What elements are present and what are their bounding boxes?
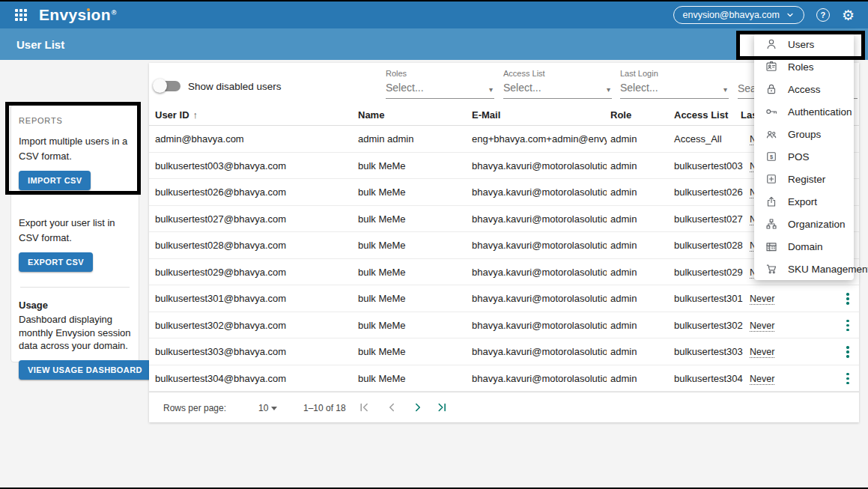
show-disabled-toggle[interactable] bbox=[155, 81, 180, 91]
cell-email: bhavya.kavuri@motorolasolutio... bbox=[472, 267, 607, 278]
column-header-user-id[interactable]: User ID↑ bbox=[155, 109, 198, 121]
cell-email: bhavya.kavuri@motorolasolutio... bbox=[472, 160, 607, 171]
cell-user-id: bulkusertest028@bhavya.com bbox=[155, 240, 286, 251]
previous-page-button[interactable] bbox=[385, 401, 398, 414]
cell-email: bhavya.kavuri@motorolasolutio... bbox=[472, 186, 607, 198]
filter-row: Show disabled users Roles Select... ▾ Ac… bbox=[149, 63, 859, 105]
roles-filter-label: Roles bbox=[386, 69, 494, 78]
menu-item-groups[interactable]: Groups bbox=[754, 123, 854, 145]
access-list-filter-label: Access List bbox=[503, 69, 612, 78]
import-description: Import multiple users in a CSV format. bbox=[19, 134, 131, 163]
table-row: bulkusertest028@bhavya.com bulk MeMe bha… bbox=[149, 232, 859, 259]
cell-last-login-link[interactable]: Never bbox=[750, 374, 774, 385]
usage-title: Usage bbox=[19, 300, 131, 311]
chevron-down-icon: ▾ bbox=[607, 85, 610, 94]
account-email: envysion@bhavya.com bbox=[683, 10, 780, 20]
cell-last-login-link[interactable]: Never bbox=[750, 294, 774, 305]
table-row: bulkusertest303@bhavya.com bulk MeMe bha… bbox=[149, 338, 859, 365]
badge-icon bbox=[765, 60, 778, 73]
reports-section-title: REPORTS bbox=[19, 116, 131, 125]
apps-grid-icon[interactable] bbox=[15, 9, 27, 21]
cell-name: bulk MeMe bbox=[358, 213, 406, 225]
row-actions-more-icon[interactable] bbox=[841, 291, 855, 306]
cell-user-id: bulkusertest303@bhavya.com bbox=[155, 346, 286, 357]
menu-item-domain[interactable]: Domain bbox=[754, 235, 854, 258]
table-row: bulkusertest026@bhavya.com bulk MeMe bha… bbox=[149, 179, 859, 206]
menu-item-register[interactable]: Register bbox=[754, 168, 854, 190]
cell-user-id: bulkusertest304@bhavya.com bbox=[155, 373, 286, 384]
last-login-filter-select[interactable]: Last Login Select... ▾ bbox=[620, 69, 729, 99]
cell-role: admin bbox=[610, 213, 637, 225]
cell-role: admin bbox=[610, 160, 637, 171]
show-disabled-label: Show disabled users bbox=[188, 81, 282, 92]
lock-icon bbox=[765, 82, 778, 96]
cell-role: admin bbox=[610, 320, 637, 331]
menu-item-organization[interactable]: Organization bbox=[754, 213, 854, 235]
rows-per-page-caret-icon[interactable] bbox=[271, 407, 277, 410]
table-header-row: User ID↑ Name E-Mail Role Access List La… bbox=[149, 105, 859, 126]
pagination-range: 1–10 of 18 bbox=[303, 403, 346, 413]
cell-access-list: bulkusertest303 bbox=[674, 346, 743, 357]
help-icon[interactable]: ? bbox=[816, 8, 830, 22]
access-list-filter-value: Select... bbox=[503, 82, 612, 94]
reports-sidebar: REPORTS Import multiple users in a CSV f… bbox=[10, 105, 139, 362]
cell-user-id: bulkusertest003@bhavya.com bbox=[155, 160, 286, 171]
row-actions-more-icon[interactable] bbox=[841, 318, 855, 333]
account-menu-button[interactable]: envysion@bhavya.com bbox=[673, 6, 804, 24]
logo-text-2: on bbox=[91, 6, 111, 24]
column-header-name: Name bbox=[358, 109, 384, 121]
cell-last-login-link[interactable]: Never bbox=[750, 321, 774, 332]
cell-email: bhavya.kavuri@motorolasolutio... bbox=[472, 320, 607, 331]
navigation-dropdown-menu: Users Roles Access Authentication Groups… bbox=[754, 33, 854, 280]
row-actions-more-icon[interactable] bbox=[841, 371, 855, 386]
last-page-button[interactable] bbox=[435, 401, 449, 414]
table-row: bulkusertest003@bhavya.com bulk MeMe bha… bbox=[149, 153, 859, 180]
cell-user-id: admin@bhavya.com bbox=[155, 133, 244, 145]
registered-mark: ® bbox=[112, 9, 117, 16]
menu-item-pos[interactable]: $ POS bbox=[754, 145, 854, 168]
cell-name: bulk MeMe bbox=[358, 293, 406, 304]
import-csv-button[interactable]: IMPORT CSV bbox=[19, 171, 91, 190]
menu-item-authentication[interactable]: Authentication bbox=[754, 100, 854, 123]
cell-access-list: bulkusertest027 bbox=[674, 213, 743, 225]
cell-name: bulk MeMe bbox=[358, 160, 406, 171]
usage-description: Dashboard displaying monthly Envysion se… bbox=[19, 313, 131, 353]
cell-access-list: bulkusertest301 bbox=[674, 293, 743, 304]
cell-name: bulk MeMe bbox=[358, 186, 406, 198]
pos-icon: $ bbox=[765, 150, 778, 163]
rows-per-page-select[interactable]: 10 bbox=[258, 403, 268, 413]
column-header-email: E-Mail bbox=[472, 109, 500, 121]
chevron-down-icon: ▾ bbox=[489, 85, 493, 94]
view-usage-dashboard-button[interactable]: VIEW USAGE DASHBOARD bbox=[19, 360, 151, 380]
organization-icon bbox=[765, 217, 778, 231]
table-row: bulkusertest304@bhavya.com bulk MeMe bha… bbox=[149, 365, 859, 392]
menu-item-roles[interactable]: Roles bbox=[754, 55, 854, 78]
menu-item-access[interactable]: Access bbox=[754, 78, 854, 100]
cart-icon bbox=[765, 262, 778, 276]
svg-text:$: $ bbox=[770, 154, 774, 160]
app-screen: Envysıon® envysion@bhavya.com ? ⚙ User L… bbox=[0, 0, 868, 489]
cell-last-login-link[interactable]: Never bbox=[750, 347, 774, 358]
page-title: User List bbox=[16, 38, 64, 51]
menu-item-sku-management[interactable]: SKU Management bbox=[754, 258, 854, 280]
roles-filter-select[interactable]: Roles Select... ▾ bbox=[386, 69, 494, 99]
first-page-button[interactable] bbox=[357, 401, 371, 414]
cell-access-list: bulkusertest026 bbox=[674, 186, 743, 198]
cell-access-list: bulkusertest029 bbox=[674, 267, 743, 278]
access-list-filter-select[interactable]: Access List Select... ▾ bbox=[503, 69, 612, 99]
key-icon bbox=[765, 105, 778, 118]
cell-email: bhavya.kavuri@motorolasolutio... bbox=[472, 213, 607, 225]
cell-role: admin bbox=[610, 267, 637, 278]
cell-role: admin bbox=[610, 373, 637, 384]
row-actions-more-icon[interactable] bbox=[841, 344, 855, 359]
settings-gear-icon[interactable]: ⚙ bbox=[842, 8, 855, 22]
user-list-card: Show disabled users Roles Select... ▾ Ac… bbox=[149, 63, 859, 422]
cell-access-list: bulkusertest302 bbox=[674, 320, 743, 331]
register-icon bbox=[765, 172, 778, 186]
menu-item-export[interactable]: Export bbox=[754, 190, 854, 213]
next-page-button[interactable] bbox=[411, 401, 425, 414]
cell-role: admin bbox=[610, 293, 637, 304]
menu-item-users[interactable]: Users bbox=[754, 33, 854, 55]
export-csv-button[interactable]: EXPORT CSV bbox=[19, 252, 93, 272]
chevron-down-icon bbox=[786, 10, 795, 19]
